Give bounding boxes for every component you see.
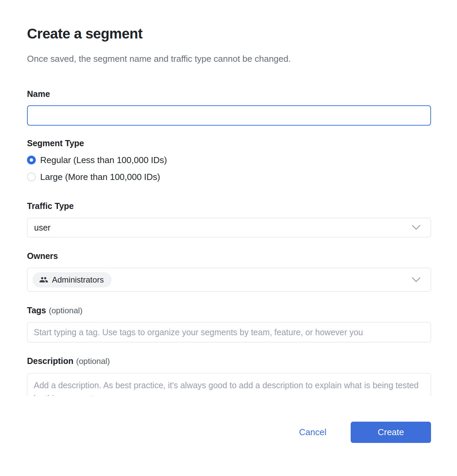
create-button[interactable]: Create: [351, 422, 431, 443]
description-textarea-clip: [27, 373, 431, 396]
tags-label-text: Tags: [27, 306, 46, 315]
name-label: Name: [27, 89, 431, 99]
owners-label: Owners: [27, 251, 431, 261]
tags-optional-text: (optional): [49, 306, 83, 315]
cancel-button[interactable]: Cancel: [294, 424, 331, 441]
description-optional-text: (optional): [76, 356, 110, 366]
tags-label: Tags(optional): [27, 305, 431, 316]
people-icon: [39, 275, 48, 284]
traffic-type-value: user: [34, 223, 51, 233]
create-segment-modal: Create a segment Once saved, the segment…: [0, 0, 457, 476]
owner-chip-administrators[interactable]: Administrators: [33, 272, 111, 287]
modal-footer: Cancel Create: [27, 422, 431, 443]
description-label: Description(optional): [27, 356, 431, 366]
traffic-type-select[interactable]: user: [27, 218, 431, 237]
radio-option-large[interactable]: Large (More than 100,000 IDs): [27, 172, 431, 182]
radio-label-large: Large (More than 100,000 IDs): [40, 172, 160, 182]
owner-chip-label: Administrators: [52, 275, 104, 285]
segment-type-radio-group: Regular (Less than 100,000 IDs) Large (M…: [27, 155, 431, 182]
radio-button-selected[interactable]: [27, 156, 36, 164]
description-textarea[interactable]: [27, 373, 431, 396]
chevron-down-icon: [412, 277, 421, 283]
name-input[interactable]: [27, 105, 431, 126]
chevron-down-icon: [412, 225, 421, 230]
description-label-text: Description: [27, 356, 74, 366]
radio-option-regular[interactable]: Regular (Less than 100,000 IDs): [27, 155, 431, 165]
owners-select[interactable]: Administrators: [27, 268, 431, 292]
radio-button-unselected[interactable]: [27, 173, 36, 181]
page-title: Create a segment: [27, 25, 431, 42]
tags-input[interactable]: [27, 322, 431, 342]
radio-label-regular: Regular (Less than 100,000 IDs): [40, 155, 167, 165]
traffic-type-label: Traffic Type: [27, 201, 431, 211]
segment-type-label: Segment Type: [27, 138, 431, 148]
modal-subtitle: Once saved, the segment name and traffic…: [27, 53, 431, 65]
